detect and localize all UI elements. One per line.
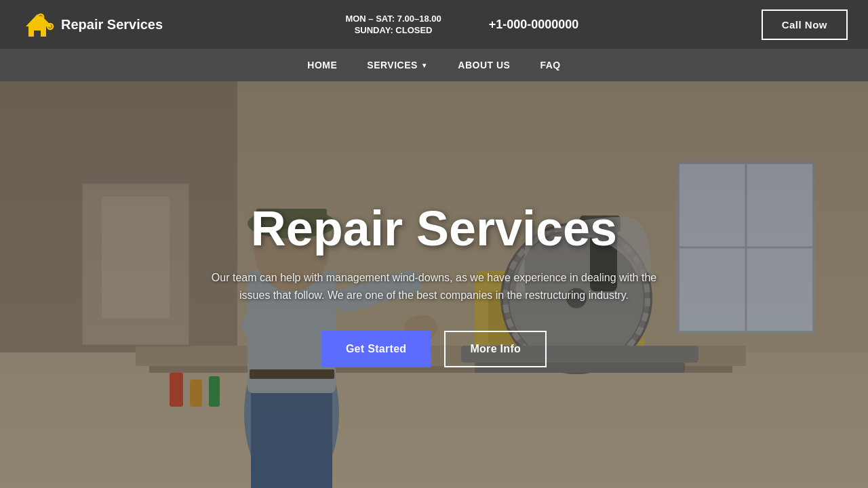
nav-home-label: HOME bbox=[307, 60, 337, 70]
nav-item-faq[interactable]: FAQ bbox=[525, 49, 575, 81]
nav-item-services[interactable]: SERVICES ▼ bbox=[352, 49, 443, 81]
nav-about-label: ABOUT US bbox=[458, 60, 510, 70]
navigation: HOME SERVICES ▼ ABOUT US FAQ bbox=[0, 49, 868, 81]
nav-faq-label: FAQ bbox=[540, 60, 560, 70]
hero-title: Repair Services bbox=[210, 202, 658, 256]
hero-content: Repair Services Our team can help with m… bbox=[197, 188, 671, 381]
get-started-button[interactable]: Get Started bbox=[321, 331, 431, 367]
nav-item-home[interactable]: HOME bbox=[292, 49, 352, 81]
hero-subtitle: Our team can help with management wind-d… bbox=[210, 269, 658, 304]
phone-number[interactable]: +1-000-0000000 bbox=[489, 18, 579, 32]
header-contact: MON – SAT: 7.00–18.00 SUNDAY: CLOSED +1-… bbox=[345, 14, 578, 35]
logo-area[interactable]: Repair Services bbox=[20, 7, 163, 41]
hero-buttons: Get Started More Info bbox=[210, 331, 658, 367]
logo-icon bbox=[20, 7, 54, 41]
svg-rect-2 bbox=[34, 30, 41, 37]
hours-line2: SUNDAY: CLOSED bbox=[355, 25, 433, 35]
hours-line1: MON – SAT: 7.00–18.00 bbox=[345, 14, 441, 24]
call-now-button[interactable]: Call Now bbox=[762, 9, 848, 40]
hero-section: Repair Services Our team can help with m… bbox=[0, 81, 868, 488]
more-info-button[interactable]: More Info bbox=[444, 331, 547, 367]
site-header: Repair Services MON – SAT: 7.00–18.00 SU… bbox=[0, 0, 868, 49]
nav-item-about[interactable]: ABOUT US bbox=[443, 49, 525, 81]
chevron-down-icon: ▼ bbox=[421, 62, 428, 69]
brand-name: Repair Services bbox=[61, 17, 163, 33]
business-hours: MON – SAT: 7.00–18.00 SUNDAY: CLOSED bbox=[345, 14, 441, 35]
nav-services-label: SERVICES bbox=[367, 60, 418, 70]
